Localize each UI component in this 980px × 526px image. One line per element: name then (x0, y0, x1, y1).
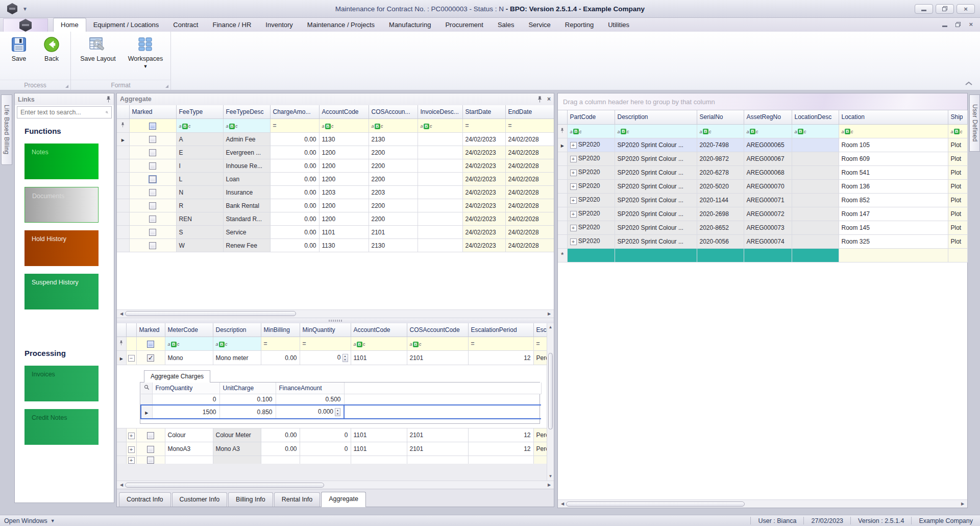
cell-metercode[interactable]: MonoA3 (165, 442, 213, 456)
cell-accountcode[interactable]: 1200 (319, 146, 369, 159)
equals-filter-icon[interactable]: = (303, 340, 306, 347)
column-header[interactable]: AccountCode (319, 105, 369, 119)
expand-row-icon[interactable]: + (570, 197, 577, 204)
cell-accountcode[interactable]: 1130 (319, 239, 369, 252)
links-button-credit-notes[interactable]: Credit Notes (24, 409, 99, 445)
cell-chargeamount[interactable]: 0.00 (270, 133, 319, 146)
cell-partcode[interactable]: + SP2020 (567, 138, 615, 152)
cell-fromquantity[interactable]: 0 (152, 394, 219, 405)
cell-accountcode[interactable]: 1200 (319, 159, 369, 173)
abc-filter-icon[interactable]: aBc (421, 124, 432, 129)
cell-cosaccountcode[interactable]: 2203 (369, 186, 418, 199)
table-row[interactable]: + SP2020SP2020 Sprint Colour ...2020-114… (558, 193, 967, 207)
cell-accountcode[interactable]: 1200 (319, 173, 369, 186)
column-header[interactable]: FinanceAmount (276, 382, 344, 394)
table-row[interactable]: +MonoA3Mono A30.0001101210112Perc (117, 442, 554, 456)
filter-cell[interactable]: aBc (615, 124, 697, 138)
cell-locationdesc[interactable] (792, 152, 839, 165)
scroll-up-icon[interactable]: ▲ (549, 324, 553, 330)
save-button[interactable]: Save (4, 34, 34, 62)
cell-startdate[interactable]: 24/02/2023 (462, 133, 505, 146)
column-header[interactable]: InvoiceDesc... (418, 105, 462, 119)
checkbox[interactable] (149, 229, 156, 236)
cell-cosaccountcode[interactable]: 2200 (369, 199, 418, 212)
side-tab-life-based-billing[interactable]: Life Based Billing (1, 94, 12, 165)
cell-startdate[interactable]: 24/02/2023 (462, 239, 505, 252)
ribbon-tab-maintenance-projects[interactable]: Maintenance / Projects (300, 18, 382, 32)
cell-minbilling[interactable]: 0.00 (261, 351, 300, 365)
table-row[interactable]: EEvergreen ...0.001200220024/02/202324/0… (117, 146, 554, 159)
column-header[interactable]: Ship (948, 110, 967, 124)
cell-invoicedesc[interactable] (418, 159, 462, 173)
cell-feetypedesc[interactable]: Bank Rental (223, 199, 270, 212)
checkbox-filter-icon[interactable] (147, 341, 154, 348)
links-button-suspend-history[interactable]: Suspend History (24, 274, 99, 309)
filter-cell[interactable]: aBc (165, 337, 213, 351)
detail-tab-aggregate-charges[interactable]: Aggregate Charges (144, 370, 210, 382)
cell-chargeamount[interactable]: 0.00 (270, 159, 319, 173)
cell-cosaccountcode[interactable]: 2130 (369, 239, 418, 252)
cell-chargeamount[interactable]: 0.00 (270, 212, 319, 226)
cell-invoicedesc[interactable] (418, 199, 462, 212)
cell-description[interactable]: Mono meter (213, 351, 261, 365)
checkbox-filter-icon[interactable] (149, 123, 156, 130)
column-header[interactable]: Location (839, 110, 948, 124)
filter-cell[interactable]: aBc (948, 124, 967, 138)
scrollbar-thumb[interactable] (125, 311, 296, 316)
ribbon-tab-equipment-locations[interactable]: Equipment / Locations (86, 18, 166, 32)
abc-filter-icon[interactable]: aBc (372, 124, 383, 129)
cell-serialno[interactable]: 2020-8652 (697, 221, 744, 234)
cell-minbilling[interactable]: 0.00 (261, 442, 300, 456)
cell-description[interactable]: SP2020 Sprint Colour ... (615, 152, 697, 165)
cell-enddate[interactable]: 24/02/2028 (505, 186, 554, 199)
column-header[interactable]: EscalationPeriod (468, 323, 533, 337)
ribbon-tab-service[interactable]: Service (521, 18, 557, 32)
grid-splitter[interactable] (117, 318, 554, 323)
column-header[interactable]: SerialNo (697, 110, 744, 124)
filter-cell[interactable]: = (505, 119, 554, 133)
cell-locationdesc[interactable] (792, 138, 839, 152)
equals-filter-icon[interactable]: = (471, 340, 475, 347)
expand-row-icon[interactable]: + (570, 142, 577, 149)
abc-filter-icon[interactable]: aBc (216, 342, 228, 347)
cell-ship[interactable]: Plot (948, 234, 967, 248)
cell-financeamount[interactable]: 0.500 (276, 394, 344, 405)
table-row[interactable]: + SP2020SP2020 Sprint Colour ...2020-005… (558, 234, 967, 248)
ribbon-tab-utilities[interactable]: Utilities (601, 18, 636, 32)
cell-serialno[interactable]: 2020-5020 (697, 179, 744, 193)
meter-grid-hscrollbar[interactable]: ◀ ▶ (117, 481, 554, 489)
cell-description[interactable]: SP2020 Sprint Colour ... (615, 221, 697, 234)
table-row-clipped[interactable]: + (117, 456, 554, 464)
filter-cell[interactable]: aBc (223, 119, 270, 133)
filter-cell[interactable]: = (270, 119, 319, 133)
scroll-right-icon[interactable]: ▶ (546, 312, 553, 316)
column-header[interactable]: FeeTypeDesc (223, 105, 270, 119)
tab-rental-info[interactable]: Rental Info (274, 492, 320, 507)
cell-feetypedesc[interactable]: Admin Fee (223, 133, 270, 146)
back-button[interactable]: Back (37, 34, 66, 62)
tab-contract-info[interactable]: Contract Info (119, 492, 171, 507)
checkbox[interactable] (147, 432, 154, 439)
cell-feetypedesc[interactable]: Insurance (223, 186, 270, 199)
filter-cell[interactable]: aBc (407, 337, 468, 351)
cell-minquantity[interactable]: 0 (300, 428, 351, 442)
filter-cell[interactable]: = (261, 337, 300, 351)
cell-feetypedesc[interactable]: Service (223, 226, 270, 239)
column-header[interactable]: PartCode (567, 110, 615, 124)
cell-locationdesc[interactable] (792, 234, 839, 248)
cell-unitcharge[interactable]: 0.850 (219, 405, 276, 419)
cell-location[interactable]: Room 136 (839, 179, 948, 193)
cell-escalationperiod[interactable]: 12 (468, 351, 533, 365)
ribbon-tab-contract[interactable]: Contract (166, 18, 205, 32)
column-header[interactable]: Marked (129, 105, 176, 119)
filter-cell[interactable]: aBc (319, 119, 369, 133)
cell-metercode[interactable]: Colour (165, 428, 213, 442)
cell-marked[interactable] (129, 146, 176, 159)
cell-ship[interactable]: Plot (948, 138, 967, 152)
expand-row-icon[interactable]: + (128, 446, 135, 453)
cell-cosaccountcode[interactable]: 2101 (369, 226, 418, 239)
equals-filter-icon[interactable]: = (264, 340, 267, 347)
abc-filter-icon[interactable]: aBc (795, 129, 806, 134)
cell-cosaccountcode[interactable]: 2200 (369, 146, 418, 159)
cell-ship[interactable]: Plot (948, 152, 967, 165)
